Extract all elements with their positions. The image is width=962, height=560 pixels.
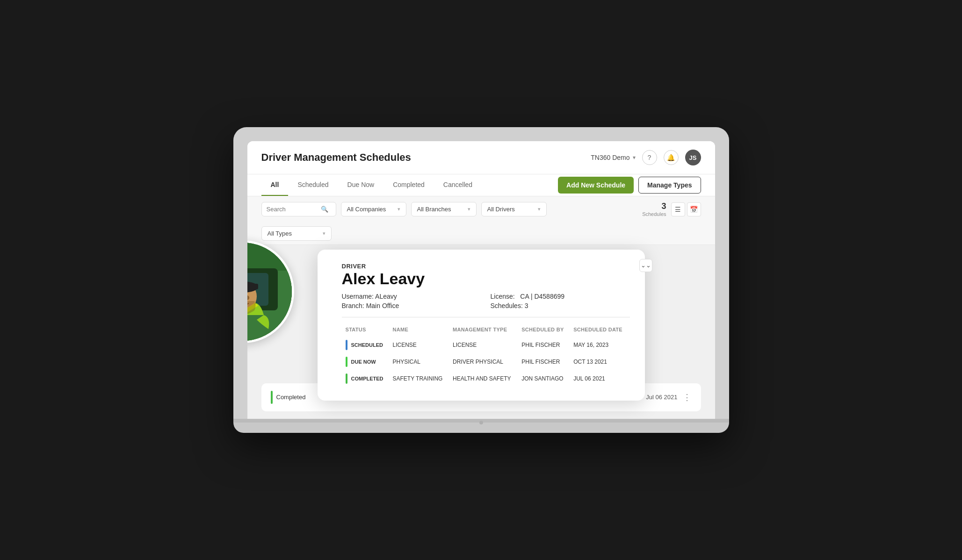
col-management-type: MANAGEMENT TYPE (450, 325, 518, 336)
status-cell-completed: COMPLETED (346, 373, 386, 384)
page-title: Driver Management Schedules (261, 151, 411, 164)
list-view-icon: ☰ (675, 206, 681, 213)
drivers-chevron-icon: ▾ (538, 206, 541, 212)
table-row: COMPLETED SAFETY TRAINING HEALTH AND SAF… (343, 371, 629, 387)
filter-row2: All Types ▾ (247, 223, 715, 245)
list-view-button[interactable]: ☰ (671, 202, 685, 216)
status-bar-completed (346, 373, 347, 384)
tab-completed[interactable]: Completed (383, 174, 434, 196)
username-field: Username: ALeavy (342, 293, 481, 300)
branches-filter[interactable]: All Branches ▾ (411, 202, 477, 216)
driver-popup: ⌄⌄ DRIVER Alex Leavy Username: ALeavy (247, 245, 715, 419)
status-bar-scheduled (346, 340, 347, 350)
app-header: Driver Management Schedules TN360 Demo ▾… (247, 141, 715, 174)
col-name: NAME (390, 325, 449, 336)
demo-chevron-icon: ▾ (633, 154, 636, 161)
calendar-view-icon: 📅 (690, 206, 698, 213)
types-filter[interactable]: All Types ▾ (261, 226, 332, 241)
driver-info-grid: Username: ALeavy License: CA | D4588699 (342, 293, 630, 309)
search-icon: 🔍 (321, 206, 328, 213)
types-chevron-icon: ▾ (323, 230, 325, 237)
companies-chevron-icon: ▾ (398, 206, 400, 212)
table-row: DUE NOW PHYSICAL DRIVER PHYSICAL PHIL FI… (343, 354, 629, 370)
status-cell-due-now: DUE NOW (346, 357, 386, 367)
svg-rect-6 (247, 284, 258, 289)
tabs-row: All Scheduled Due Now Completed Cancelle… (247, 174, 715, 196)
collapse-button[interactable]: ⌄⌄ (639, 259, 652, 272)
status-bar-due-now (346, 357, 347, 367)
demo-selector[interactable]: TN360 Demo ▾ (591, 154, 635, 161)
notifications-button[interactable]: 🔔 (664, 150, 679, 165)
drivers-filter[interactable]: All Drivers ▾ (481, 202, 547, 216)
status-cell-scheduled: SCHEDULED (346, 340, 386, 350)
branches-chevron-icon: ▾ (468, 206, 470, 212)
tab-scheduled[interactable]: Scheduled (288, 174, 338, 196)
driver-card-header: DRIVER Alex Leavy Username: ALeavy Licen… (342, 263, 630, 388)
schedules-count: 3 Schedules (642, 202, 666, 217)
driver-photo (247, 240, 294, 343)
driver-role-label: DRIVER (342, 263, 630, 270)
driver-card: ⌄⌄ DRIVER Alex Leavy Username: ALeavy (318, 250, 645, 401)
filters-row: 🔍 All Companies ▾ All Branches ▾ All Dri… (247, 196, 715, 223)
driver-name: Alex Leavy (342, 270, 630, 288)
license-field: License: CA | D4588699 (491, 293, 630, 300)
schedule-table: STATUS NAME MANAGEMENT TYPE SCHEDULED BY… (342, 324, 630, 388)
tabs-left: All Scheduled Due Now Completed Cancelle… (261, 174, 482, 196)
bell-icon: 🔔 (667, 154, 675, 161)
view-toggle: ☰ 📅 (671, 202, 701, 216)
col-scheduled-date: SCHEDULED DATE (571, 325, 629, 336)
user-avatar[interactable]: JS (685, 150, 701, 165)
manage-types-button[interactable]: Manage Types (638, 177, 701, 194)
companies-filter[interactable]: All Companies ▾ (341, 202, 406, 216)
calendar-view-button[interactable]: 📅 (687, 202, 701, 216)
col-scheduled-by: SCHEDULED BY (519, 325, 570, 336)
search-input[interactable] (267, 206, 318, 213)
tab-all[interactable]: All (261, 174, 289, 196)
schedules-field: Schedules: 3 (491, 302, 630, 309)
branch-field: Branch: Main Office (342, 302, 481, 309)
tab-due-now[interactable]: Due Now (338, 174, 384, 196)
collapse-icon: ⌄⌄ (641, 262, 651, 269)
table-row: SCHEDULED LICENSE LICENSE PHIL FISCHER M… (343, 337, 629, 353)
col-status: STATUS (343, 325, 389, 336)
add-new-schedule-button[interactable]: Add New Schedule (558, 177, 634, 194)
search-box[interactable]: 🔍 (261, 202, 336, 216)
main-content: ⌄⌄ DRIVER Alex Leavy Username: ALeavy (247, 245, 715, 419)
tabs-right: Add New Schedule Manage Types (558, 177, 701, 194)
driver-photo-placeholder (247, 243, 292, 341)
header-right: TN360 Demo ▾ ? 🔔 JS (591, 150, 701, 165)
question-icon: ? (648, 154, 651, 161)
help-button[interactable]: ? (642, 150, 657, 165)
tab-cancelled[interactable]: Cancelled (434, 174, 482, 196)
demo-label: TN360 Demo (591, 154, 629, 161)
